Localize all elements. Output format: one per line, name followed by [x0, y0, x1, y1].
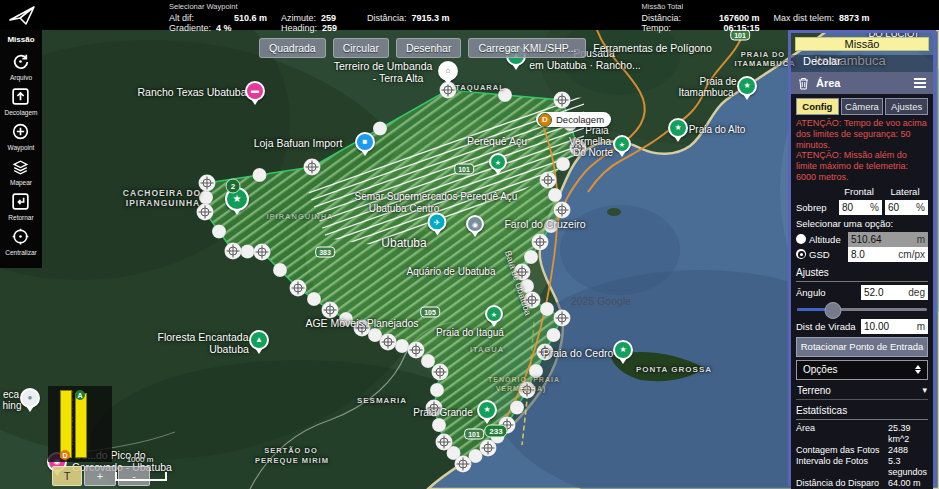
waypoint-marker[interactable] [540, 172, 557, 189]
tab-ajustes[interactable]: Ajustes [885, 98, 928, 115]
waypoint-marker[interactable] [380, 334, 397, 351]
itamambuca-beach-pin[interactable]: ★ [737, 76, 757, 96]
cedro-beach-pin[interactable]: ★ [613, 340, 633, 360]
midpoint-handle[interactable] [540, 302, 554, 316]
midpoint-handle[interactable] [510, 401, 524, 415]
options-select[interactable]: Opções [796, 360, 928, 380]
trash-icon[interactable] [798, 77, 809, 90]
waypoint-marker[interactable] [524, 292, 541, 309]
app-logo [0, 0, 44, 30]
vermelha-beach-pin[interactable]: ★ [613, 135, 631, 153]
lock-pin[interactable]: ■ [355, 132, 375, 152]
midpoint-handle[interactable] [548, 188, 562, 202]
waypoint-marker[interactable] [554, 92, 571, 109]
waypoint-marker[interactable] [432, 364, 449, 381]
decolar-button[interactable]: Decolar [791, 55, 933, 72]
midpoint-handle[interactable] [241, 245, 255, 259]
camera-pin[interactable]: ◉ [466, 215, 484, 233]
gsd-input[interactable]: 8.0cm/px [848, 247, 928, 262]
midpoint-handle[interactable] [373, 122, 387, 136]
tab-câmera[interactable]: Câmera [841, 98, 884, 115]
angle-slider-thumb[interactable] [825, 302, 842, 319]
midpoint-handle[interactable] [273, 263, 287, 277]
terrain-collapse-row[interactable]: Terreno ▾ [796, 383, 928, 400]
grande-beach-pin[interactable]: ★ [477, 400, 497, 420]
toolbar-button-circular[interactable]: Circular [333, 38, 389, 58]
angle-slider[interactable] [797, 303, 927, 316]
midpoint-handle[interactable] [430, 383, 444, 397]
frontal-overlap-input[interactable]: 80% [839, 200, 882, 215]
tab-config[interactable]: Config [796, 98, 839, 115]
turn-distance-input[interactable]: 10.00m [861, 319, 928, 334]
waypoint-marker[interactable] [554, 202, 571, 219]
toolbar-button-quadrada[interactable]: Quadrada [259, 38, 326, 58]
waypoint-marker[interactable] [514, 264, 531, 281]
midpoint-handle[interactable] [544, 219, 558, 233]
takeoff-marker[interactable]: D Decolagem [536, 112, 611, 127]
rotate-entry-button[interactable]: Rotacionar Ponto de Entrada [796, 337, 928, 357]
waypoint-marker[interactable] [304, 159, 321, 176]
toolbar-button-desenhar[interactable]: Desenhar [396, 38, 462, 58]
waypoint-marker[interactable] [426, 400, 443, 417]
waypoint-marker[interactable] [554, 310, 571, 327]
midpoint-handle[interactable] [520, 279, 534, 293]
angle-input[interactable]: 52.0deg [861, 285, 928, 300]
midpoint-handle[interactable] [212, 225, 226, 239]
alto-beach-pin[interactable]: ★ [668, 118, 688, 138]
polygon-vertex-badge[interactable]: 2 [226, 179, 241, 194]
midpoint-handle[interactable] [524, 250, 538, 264]
sidebar-item-retornar[interactable]: Retornar [5, 191, 38, 221]
midpoint-handle[interactable] [432, 418, 446, 432]
midpoint-handle[interactable] [307, 292, 321, 306]
waypoint-marker[interactable] [290, 280, 307, 297]
midpoint-handle[interactable] [199, 191, 213, 205]
waypoint-marker[interactable] [354, 320, 371, 337]
menu-icon[interactable] [914, 78, 926, 88]
midpoint-handle[interactable] [421, 354, 435, 368]
midpoint-handle[interactable] [253, 168, 267, 182]
midpoint-handle[interactable] [529, 364, 543, 378]
sidebar-item-decolagem[interactable]: Decolagem [5, 86, 38, 116]
sidebar-item-waypoint[interactable]: Waypoint [5, 121, 38, 151]
midpoint-handle[interactable] [395, 339, 409, 353]
waypoint-marker[interactable] [199, 175, 216, 192]
waypoint-marker[interactable] [570, 140, 587, 157]
lodging-pin[interactable]: ▬ [245, 81, 265, 101]
waypoint-marker[interactable] [519, 382, 536, 399]
park-pin[interactable]: ★ [489, 153, 507, 171]
waypoint-icon [10, 121, 31, 142]
boat-pin[interactable]: ✈ [428, 213, 447, 232]
waypoint-marker[interactable] [537, 344, 554, 361]
mission-button[interactable]: Missão [795, 37, 929, 51]
waypoint-marker[interactable] [408, 342, 425, 359]
sidebar-item-label: Retornar [8, 214, 33, 221]
zoom-in-button[interactable]: + [84, 466, 116, 486]
alto-beach-pin-glyph: ★ [674, 124, 681, 132]
surf-pin[interactable]: ● [20, 388, 40, 408]
toolbar-button-carregarkmlshp[interactable]: Carregar KML/SHP... [468, 38, 586, 58]
waypoint-marker[interactable] [197, 204, 214, 221]
itagua-beach-pin[interactable]: ★ [485, 305, 503, 323]
waypoint-marker[interactable] [455, 456, 472, 473]
radio-gsd[interactable] [796, 249, 806, 259]
sidebar-item-centralizar[interactable]: Centralizar [5, 226, 38, 256]
waypoint-marker[interactable] [322, 302, 339, 319]
midpoint-handle[interactable] [556, 157, 570, 171]
midpoint-handle[interactable] [498, 88, 512, 102]
lateral-overlap-input[interactable]: 60% [885, 200, 928, 215]
terrain-toggle-button[interactable]: T [52, 466, 82, 486]
terreiro-pin[interactable]: ⌂ [438, 61, 458, 81]
waypoint-marker[interactable] [254, 244, 271, 261]
sidebar-item-arquivo[interactable]: Arquivo [5, 51, 38, 81]
waypoint-marker[interactable] [480, 440, 497, 457]
radio-altitude[interactable] [796, 234, 806, 244]
waypoint-marker[interactable] [225, 243, 242, 260]
floresta-pin[interactable]: ▲ [249, 330, 269, 350]
midpoint-handle[interactable] [547, 328, 561, 342]
altitude-input[interactable]: 510.64m [848, 232, 928, 247]
stat-row-1: Contagem das Fotos2488 [796, 445, 928, 456]
midpoint-handle[interactable] [339, 312, 353, 326]
waypoint-marker[interactable] [436, 434, 453, 451]
sidebar-item-mapear[interactable]: Mapear [5, 156, 38, 186]
waypoint-marker[interactable] [532, 234, 549, 251]
